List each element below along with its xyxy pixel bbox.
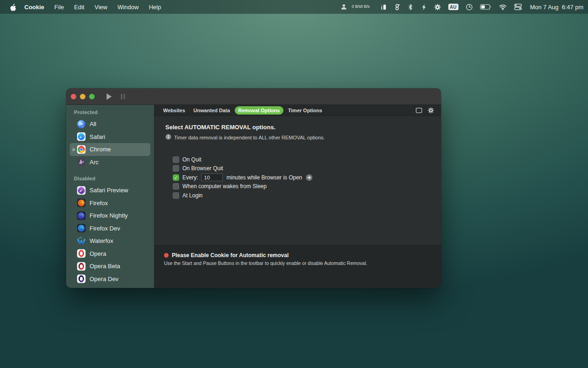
pause-removal-button[interactable] [121, 94, 125, 99]
sidebar-item-arc[interactable]: Arc [70, 156, 150, 169]
close-window-button[interactable] [71, 94, 76, 99]
sidebar-item-safari[interactable]: Safari [70, 131, 150, 144]
wifi-icon[interactable] [495, 4, 510, 10]
sidebar-item-label: Safari Preview [90, 187, 128, 194]
main-panel: Websites Unwanted Data Removal Options T… [154, 105, 441, 288]
on-browser-quit-checkbox[interactable] [173, 165, 179, 172]
lightning-icon[interactable] [417, 4, 430, 11]
cookie-app-window: Protected All Safari > [66, 88, 441, 288]
sidebar-section-protected: Protected [66, 109, 154, 118]
browser-sidebar: Protected All Safari > [66, 105, 154, 288]
at-login-checkbox[interactable] [173, 192, 179, 199]
sidebar-item-label: Firefox [90, 200, 108, 207]
sidebar-item-safari-preview[interactable]: Safari Preview [70, 184, 150, 197]
every-interval-checkbox[interactable] [173, 174, 179, 181]
chrome-icon [77, 145, 86, 154]
menu-edit[interactable]: Edit [69, 4, 89, 11]
gear-menu-icon[interactable] [430, 4, 445, 11]
section-heading: Select AUTOMATIC REMOVAL options. [165, 124, 430, 131]
info-text: Timer data removal is independent to ALL… [174, 135, 325, 140]
on-quit-checkbox[interactable] [173, 156, 179, 163]
info-icon [165, 133, 171, 142]
tab-websites[interactable]: Websites [159, 106, 189, 115]
bluetooth-icon[interactable] [404, 4, 417, 11]
sidebar-item-label: Safari [90, 133, 105, 140]
option-label-prefix: Every: [182, 174, 198, 181]
sidebar-item-label: Opera Beta [90, 263, 120, 270]
status-red-dot-icon [164, 253, 169, 258]
menu-view[interactable]: View [90, 4, 113, 11]
sidebar-item-opera-dev[interactable]: Opera Dev [70, 273, 150, 286]
window-panel-icon[interactable] [413, 108, 424, 113]
input-source-badge[interactable]: AU [445, 4, 462, 10]
stats-meter-icon[interactable] [373, 4, 390, 10]
apple-menu-icon[interactable] [6, 3, 19, 11]
window-titlebar [66, 88, 441, 105]
status-title: Please Enable Cookie for Automatic remov… [172, 252, 288, 259]
option-on-browser-quit: On Browser Quit [173, 164, 430, 173]
network-down: 0 B/s [361, 5, 369, 9]
safari-icon [77, 132, 86, 141]
globe-icon [77, 120, 86, 129]
control-center-icon[interactable] [510, 4, 526, 10]
sidebar-item-all[interactable]: All [70, 118, 150, 131]
menu-help[interactable]: Help [144, 4, 166, 11]
sidebar-item-chrome[interactable]: > Chrome [70, 143, 150, 156]
status-subtitle: Use the Start and Pause Buttons in the t… [164, 260, 432, 266]
sidebar-item-opera-beta[interactable]: Opera Beta [70, 260, 150, 273]
sidebar-item-label: Opera Dev [90, 276, 119, 282]
opera-beta-icon [77, 262, 86, 271]
sidebar-section-disabled: Disabled [66, 168, 154, 184]
menu-bar-clock[interactable]: Mon 7 Aug 6:47 pm [526, 4, 583, 11]
minimize-window-button[interactable] [80, 94, 85, 99]
status-footer: Please Enable Cookie for Automatic remov… [154, 245, 441, 288]
option-on-quit: On Quit [173, 155, 430, 164]
sidebar-item-label: Waterfox [90, 237, 113, 244]
sidebar-item-label: All [90, 121, 96, 127]
removal-options-pane: Select AUTOMATIC REMOVAL options. Timer … [154, 116, 441, 245]
start-removal-button[interactable] [107, 93, 112, 100]
interval-go-arrow-button[interactable] [306, 174, 312, 181]
firefox-icon [77, 198, 86, 207]
sidebar-item-firefox[interactable]: Firefox [70, 197, 150, 210]
waterfox-icon [77, 236, 86, 246]
battery-icon[interactable] [476, 4, 495, 10]
firefox-dev-icon [77, 224, 86, 233]
menu-file[interactable]: File [49, 4, 69, 11]
option-label: When computer wakes from Sleep [182, 183, 266, 190]
option-label: At Login [182, 192, 203, 199]
menu-bar: Cookie File Edit View Window Help 0 B/s … [0, 0, 588, 14]
option-label: On Quit [182, 156, 201, 163]
option-label-suffix: minutes while Browser is Open [226, 174, 302, 181]
recent-items-clock-icon[interactable] [462, 4, 476, 11]
wake-from-sleep-checkbox[interactable] [173, 183, 179, 190]
sidebar-item-firefox-dev[interactable]: Firefox Dev [70, 222, 150, 235]
tab-removal-options[interactable]: Removal Options [235, 106, 283, 115]
network-up: 0 B/s [352, 5, 361, 9]
menu-window[interactable]: Window [113, 4, 144, 11]
sidebar-item-opera[interactable]: Opera [70, 247, 150, 260]
tab-unwanted-data[interactable]: Unwanted Data [190, 106, 233, 115]
zoom-window-button[interactable] [89, 94, 95, 99]
option-wake-from-sleep: When computer wakes from Sleep [173, 182, 430, 191]
opera-dev-icon [77, 274, 86, 283]
removal-options-list: On Quit On Browser Quit Every: minutes w… [173, 155, 430, 200]
chevron-right-icon: > [72, 146, 75, 152]
tab-timer-options[interactable]: Timer Options [284, 106, 326, 115]
network-speed[interactable]: 0 B/s 0 B/s [351, 5, 373, 9]
sidebar-item-label: Firefox Dev [90, 225, 120, 232]
tab-bar: Websites Unwanted Data Removal Options T… [154, 105, 441, 116]
app-menu-title[interactable]: Cookie [19, 4, 49, 11]
sidebar-item-label: Opera [90, 250, 106, 257]
option-every-interval: Every: minutes while Browser is Open [173, 173, 430, 182]
sidebar-item-waterfox[interactable]: Waterfox [70, 235, 150, 247]
interval-minutes-input[interactable] [201, 173, 223, 181]
sidebar-item-label: Chrome [90, 146, 111, 153]
user-switch-icon[interactable] [337, 4, 351, 10]
menu-extra-dots-icon[interactable] [390, 4, 404, 11]
settings-gear-icon[interactable] [425, 107, 436, 114]
desktop: Cookie File Edit View Window Help 0 B/s … [0, 0, 588, 368]
sidebar-item-firefox-nightly[interactable]: Firefox Nightly [70, 209, 150, 222]
opera-icon [77, 249, 86, 258]
safari-preview-icon [77, 186, 86, 195]
